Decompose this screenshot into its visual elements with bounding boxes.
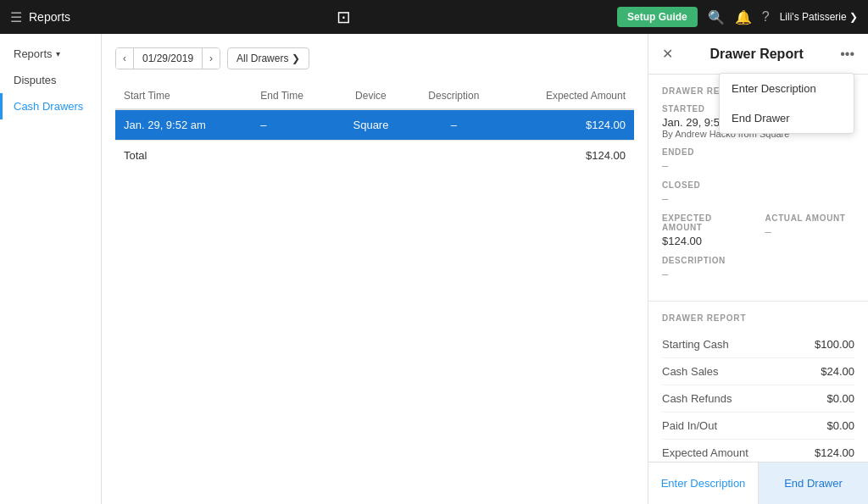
dropdown-item[interactable]: End Drawer bbox=[720, 103, 854, 133]
col-expected-amount: Expected Amount bbox=[501, 83, 634, 109]
app-body: Reports ▾ Disputes Cash Drawers ‹ 01/29/… bbox=[0, 34, 868, 504]
right-panel: ✕ Drawer Report ••• Enter DescriptionEnd… bbox=[648, 34, 868, 504]
drawer-item-label: Cash Refunds bbox=[662, 392, 732, 405]
help-icon[interactable]: ? bbox=[762, 9, 770, 25]
cell-device: Square bbox=[335, 109, 407, 141]
drawers-table: Start Time End Time Device Description E… bbox=[115, 83, 634, 170]
next-date-button[interactable]: › bbox=[203, 48, 220, 69]
ended-label: Ended bbox=[662, 147, 854, 157]
dropdown-menu: Enter DescriptionEnd Drawer bbox=[719, 73, 854, 134]
cell-description: – bbox=[407, 109, 500, 141]
end-drawer-button[interactable]: End Drawer bbox=[759, 462, 868, 504]
ended-value: – bbox=[662, 159, 854, 172]
total-empty-2 bbox=[335, 141, 407, 171]
total-empty-3 bbox=[407, 141, 500, 171]
panel-title: Drawer Report bbox=[709, 47, 803, 62]
description-label: Description bbox=[662, 256, 854, 265]
cell-end-time: – bbox=[252, 109, 335, 141]
cell-start-time: Jan. 29, 9:52 am bbox=[115, 109, 252, 141]
total-label: Total bbox=[115, 141, 252, 171]
all-drawers-filter[interactable]: All Drawers ❯ bbox=[227, 47, 309, 69]
drawer-item-label: Cash Sales bbox=[662, 365, 718, 378]
expected-amount-label: Expected Amount bbox=[662, 213, 752, 232]
bell-icon[interactable]: 🔔 bbox=[735, 9, 752, 25]
hamburger-icon[interactable]: ☰ bbox=[10, 9, 22, 25]
prev-date-button[interactable]: ‹ bbox=[116, 48, 133, 69]
sidebar-item-cash-drawers[interactable]: Cash Drawers bbox=[0, 93, 101, 119]
total-empty-1 bbox=[252, 141, 335, 171]
drawer-items: Starting Cash $100.00 Cash Sales $24.00 … bbox=[662, 331, 854, 462]
amounts-row: Expected Amount $124.00 Actual Amount – bbox=[662, 213, 854, 256]
drawer-item-value: $100.00 bbox=[815, 338, 854, 351]
app-title: Reports bbox=[29, 10, 70, 24]
drawer-report-row: Paid In/Out $0.00 bbox=[662, 413, 854, 440]
sidebar-label-reports: Reports bbox=[14, 47, 53, 60]
enter-description-button[interactable]: Enter Description bbox=[648, 462, 759, 504]
actual-amount-label: Actual Amount bbox=[765, 213, 855, 223]
panel-header: ✕ Drawer Report ••• bbox=[648, 34, 868, 75]
sidebar-item-reports[interactable]: Reports ▾ bbox=[0, 41, 101, 67]
drawer-report-row: Starting Cash $100.00 bbox=[662, 331, 854, 358]
panel-more-icon[interactable]: ••• bbox=[840, 47, 854, 62]
closed-label: Closed bbox=[662, 180, 854, 190]
panel-close-icon[interactable]: ✕ bbox=[662, 46, 673, 62]
drawer-item-label: Expected Amount bbox=[662, 446, 748, 459]
table-header-row: Start Time End Time Device Description E… bbox=[115, 83, 634, 109]
description-value: – bbox=[662, 268, 854, 280]
col-device: Device bbox=[335, 83, 407, 109]
toolbar: ‹ 01/29/2019 › All Drawers ❯ bbox=[115, 47, 634, 69]
top-nav-center: ⊡ bbox=[337, 7, 351, 27]
sidebar-label-disputes: Disputes bbox=[14, 74, 57, 86]
drawer-item-value: $124.00 bbox=[815, 446, 854, 459]
sidebar: Reports ▾ Disputes Cash Drawers bbox=[0, 34, 102, 504]
field-ended: Ended – bbox=[662, 147, 854, 172]
col-end-time: End Time bbox=[252, 83, 335, 109]
col-start-time: Start Time bbox=[115, 83, 252, 109]
setup-guide-button[interactable]: Setup Guide bbox=[617, 7, 698, 27]
top-nav-right: Setup Guide 🔍 🔔 ? Lili's Patisserie ❯ bbox=[617, 7, 858, 27]
field-actual-amount: Actual Amount – bbox=[765, 213, 855, 247]
field-expected-amount: Expected Amount $124.00 bbox=[662, 213, 752, 247]
square-logo-icon: ⊡ bbox=[337, 8, 351, 26]
drawer-report-row: Expected Amount $124.00 bbox=[662, 440, 854, 462]
drawer-report-row: Cash Sales $24.00 bbox=[662, 358, 854, 385]
field-closed: Closed – bbox=[662, 180, 854, 205]
main-content: ‹ 01/29/2019 › All Drawers ❯ Start Time … bbox=[102, 34, 648, 504]
drawer-report-row: Cash Refunds $0.00 bbox=[662, 385, 854, 413]
chevron-icon: ▾ bbox=[56, 49, 60, 58]
sidebar-label-cash-drawers: Cash Drawers bbox=[14, 100, 83, 113]
user-menu[interactable]: Lili's Patisserie ❯ bbox=[780, 11, 858, 23]
total-amount: $124.00 bbox=[501, 141, 634, 171]
cell-expected-amount: $124.00 bbox=[501, 109, 634, 141]
top-nav: ☰ Reports ⊡ Setup Guide 🔍 🔔 ? Lili's Pat… bbox=[0, 0, 868, 34]
drawer-item-label: Starting Cash bbox=[662, 338, 729, 351]
expected-amount-value: $124.00 bbox=[662, 235, 752, 247]
top-nav-left: ☰ Reports bbox=[10, 9, 70, 25]
drawer-item-label: Paid In/Out bbox=[662, 419, 717, 432]
drawer-item-value: $0.00 bbox=[826, 419, 854, 432]
panel-footer: Enter Description End Drawer bbox=[648, 462, 868, 504]
drawer-item-value: $0.00 bbox=[826, 392, 854, 405]
col-description: Description bbox=[407, 83, 500, 109]
search-icon[interactable]: 🔍 bbox=[708, 9, 725, 25]
drawer-item-value: $24.00 bbox=[821, 365, 854, 378]
section-title-2: Drawer Report bbox=[662, 313, 854, 323]
field-description: Description – bbox=[662, 256, 854, 280]
panel-section-details: Drawer Report Starting Cash $100.00 Cash… bbox=[648, 302, 868, 462]
table-total-row: Total $124.00 bbox=[115, 141, 634, 171]
actual-amount-value: – bbox=[765, 225, 855, 238]
dropdown-item[interactable]: Enter Description bbox=[720, 74, 854, 103]
closed-value: – bbox=[662, 192, 854, 205]
table-row[interactable]: Jan. 29, 9:52 am – Square – $124.00 bbox=[115, 109, 634, 141]
date-display[interactable]: 01/29/2019 bbox=[133, 48, 203, 69]
date-nav: ‹ 01/29/2019 › bbox=[115, 47, 220, 69]
sidebar-item-disputes[interactable]: Disputes bbox=[0, 67, 101, 93]
